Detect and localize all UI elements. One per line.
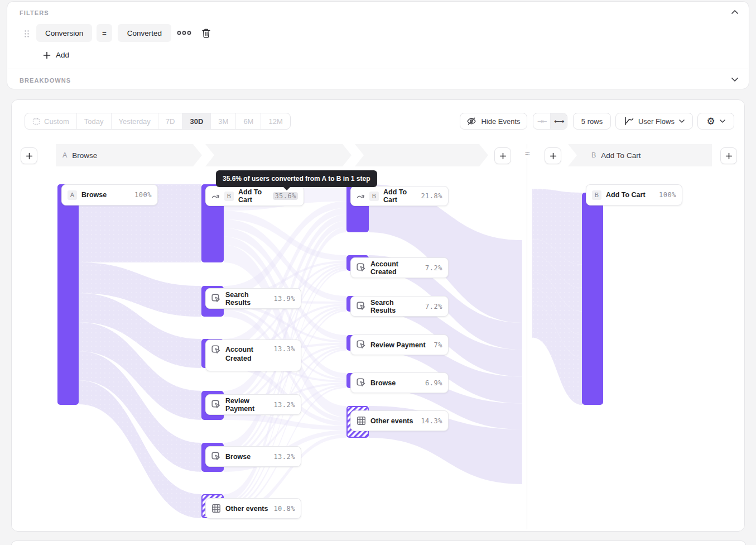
date-range-30d[interactable]: 30D bbox=[182, 113, 211, 129]
add-step-button[interactable] bbox=[720, 147, 737, 164]
node-label: Other events bbox=[370, 417, 413, 425]
hide-events-button[interactable]: Hide Events bbox=[460, 113, 527, 130]
flow-break-symbol: ≈ bbox=[522, 149, 533, 158]
plus-icon bbox=[499, 152, 507, 160]
eye-off-icon bbox=[466, 116, 476, 126]
event-icon bbox=[211, 452, 221, 461]
trend-arrow-icon bbox=[211, 193, 220, 199]
rows-button[interactable]: 5 rows bbox=[573, 113, 611, 130]
node-value: 100% bbox=[134, 191, 152, 199]
node-label: Account Created bbox=[370, 260, 421, 276]
date-range-7d[interactable]: 7D bbox=[158, 113, 183, 129]
event-icon bbox=[211, 294, 221, 303]
flow-node-review-payment[interactable]: Review Payment7% bbox=[350, 334, 449, 355]
plus-icon bbox=[550, 152, 557, 160]
node-label: Search Results bbox=[370, 299, 421, 314]
settings-dropdown[interactable]: ⚙ bbox=[697, 113, 734, 130]
hide-events-label: Hide Events bbox=[481, 117, 520, 126]
event-icon bbox=[357, 378, 366, 388]
node-value: 7.2% bbox=[425, 303, 442, 310]
next-panel-edge bbox=[11, 541, 746, 545]
view-mode-dropdown[interactable]: User Flows bbox=[615, 113, 693, 130]
flow-node-other-events[interactable]: Other events10.8% bbox=[205, 498, 301, 519]
node-badge: A bbox=[68, 190, 77, 200]
event-icon bbox=[357, 302, 366, 311]
node-value: 14.3% bbox=[421, 417, 442, 425]
step-header-a[interactable]: A Browse bbox=[56, 144, 202, 166]
node-value: 13.3% bbox=[273, 345, 295, 353]
flow-node-add-to-cart[interactable]: BAdd To Cart21.8% bbox=[350, 186, 449, 206]
breakdowns-expand-button[interactable] bbox=[731, 77, 739, 82]
add-step-button[interactable] bbox=[21, 147, 37, 164]
node-label: Review Payment bbox=[370, 341, 426, 349]
node-label: Review Payment bbox=[225, 397, 269, 413]
node-value: 13.2% bbox=[273, 453, 295, 461]
more-options-icon bbox=[177, 30, 191, 36]
step-header-b[interactable]: B Add To Cart bbox=[568, 144, 712, 166]
expand-columns-button[interactable]: ←→ bbox=[551, 113, 567, 129]
date-range-picker: CustomTodayYesterday7D30D3M6M12M bbox=[25, 113, 291, 130]
flow-node-add-to-cart[interactable]: BAdd To Cart100% bbox=[586, 184, 682, 205]
node-badge: B bbox=[224, 192, 234, 201]
date-range-yesterday[interactable]: Yesterday bbox=[112, 113, 158, 129]
grid-icon bbox=[357, 416, 366, 426]
filter-operator-chip[interactable]: = bbox=[97, 24, 112, 42]
date-range-today[interactable]: Today bbox=[77, 113, 112, 129]
event-icon bbox=[357, 263, 366, 272]
filter-drag-handle[interactable] bbox=[24, 30, 30, 38]
flow-node-account-created[interactable]: Account Created13.3% bbox=[205, 340, 301, 371]
filter-delete-button[interactable] bbox=[201, 28, 211, 39]
node-value: 100% bbox=[659, 191, 676, 199]
trend-arrow-icon bbox=[357, 193, 365, 199]
event-icon bbox=[211, 400, 221, 409]
step-header-segment[interactable] bbox=[355, 144, 488, 166]
node-label: Add To Cart bbox=[383, 188, 416, 204]
node-label: Add To Cart bbox=[606, 191, 646, 199]
add-step-button[interactable] bbox=[494, 147, 511, 164]
step-label: Browse bbox=[72, 151, 97, 160]
node-value: 7% bbox=[434, 341, 442, 349]
rows-label: 5 rows bbox=[581, 117, 603, 126]
step-header-segment[interactable] bbox=[205, 144, 351, 166]
plus-icon bbox=[26, 152, 33, 160]
flow-node-browse[interactable]: ABrowse100% bbox=[61, 184, 158, 205]
flow-node-browse[interactable]: Browse6.9% bbox=[350, 372, 449, 393]
flow-node-account-created[interactable]: Account Created7.2% bbox=[350, 257, 449, 278]
flow-node-search-results[interactable]: Search Results13.9% bbox=[205, 288, 301, 309]
node-label: Add To Cart bbox=[238, 188, 268, 204]
event-icon bbox=[211, 345, 221, 355]
date-range-12m[interactable]: 12M bbox=[261, 113, 290, 129]
view-mode-label: User Flows bbox=[638, 117, 675, 126]
chevron-up-icon bbox=[731, 9, 739, 15]
filter-more-options-button[interactable] bbox=[177, 30, 191, 36]
date-range-3m[interactable]: 3M bbox=[211, 113, 236, 129]
filter-property-chip[interactable]: Conversion bbox=[36, 24, 92, 42]
flow-node-search-results[interactable]: Search Results7.2% bbox=[350, 296, 449, 317]
step-badge: A bbox=[62, 151, 67, 159]
date-range-custom[interactable]: Custom bbox=[25, 113, 77, 129]
flow-node-browse[interactable]: Browse13.2% bbox=[205, 446, 301, 467]
date-range-6m[interactable]: 6M bbox=[236, 113, 261, 129]
add-filter-button[interactable]: Add bbox=[43, 51, 69, 59]
gear-icon: ⚙ bbox=[706, 117, 715, 126]
filters-collapse-button[interactable] bbox=[731, 9, 739, 15]
flow-node-other-events[interactable]: Other events14.3% bbox=[350, 410, 449, 431]
trash-icon bbox=[201, 28, 211, 39]
node-label: Browse bbox=[225, 453, 251, 461]
node-label: Search Results bbox=[225, 291, 269, 307]
flow-node-review-payment[interactable]: Review Payment13.2% bbox=[205, 394, 301, 415]
plus-icon bbox=[43, 51, 51, 59]
event-icon bbox=[357, 340, 366, 350]
node-badge: B bbox=[369, 192, 379, 201]
node-value: 10.8% bbox=[273, 505, 295, 513]
drag-handle-icon bbox=[24, 30, 30, 38]
step-label: Add To Cart bbox=[601, 151, 641, 160]
node-label: Browse bbox=[81, 191, 107, 199]
node-badge: B bbox=[592, 190, 601, 200]
user-flows-icon bbox=[624, 117, 634, 126]
grid-icon bbox=[211, 504, 221, 513]
collapse-columns-button[interactable]: →← bbox=[533, 113, 551, 129]
plus-icon bbox=[725, 152, 733, 160]
add-step-button[interactable] bbox=[545, 147, 561, 164]
filter-value-chip[interactable]: Converted bbox=[118, 24, 171, 42]
